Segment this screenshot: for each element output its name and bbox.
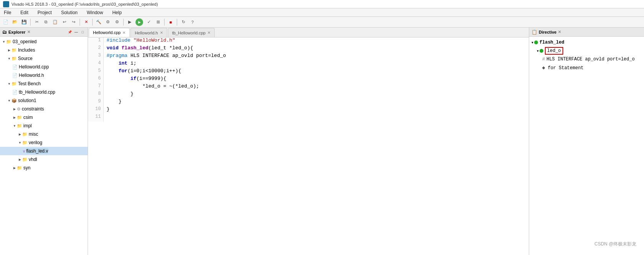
tree-icon-project: 📁 — [6, 39, 11, 44]
toolbar-run[interactable]: ▶ — [135, 18, 143, 26]
explorer-item-misc[interactable]: ▶📁misc — [0, 130, 88, 138]
line-content[interactable]: for(i=0;i<10000;i++){ — [103, 68, 529, 76]
toolbar-save[interactable]: 💾 — [20, 18, 28, 26]
line-content[interactable]: } — [103, 99, 529, 106]
tree-label: tb_Helloworld.cpp — [19, 89, 55, 95]
watermark: CSDN @终极末影龙 — [594, 241, 636, 247]
line-number: 5 — [88, 68, 103, 76]
tab-bar: Helloworld.cpp✕Helloworld.h✕tb_Helloworl… — [88, 28, 529, 37]
menu-file[interactable]: File — [2, 9, 13, 16]
tree-arrow: ▼ — [12, 123, 17, 128]
directive-item-led_o[interactable]: ▼led_o — [530, 47, 643, 55]
function-dot — [534, 41, 538, 44]
tab-close-helloworld_h[interactable]: ✕ — [160, 31, 163, 35]
line-number: 1 — [88, 37, 103, 45]
toolbar-redo[interactable]: ↪ — [69, 18, 78, 26]
line-content[interactable]: } — [103, 91, 529, 99]
tab-helloworld_h[interactable]: Helloworld.h✕ — [130, 28, 167, 37]
explorer-item-helloworld_h[interactable]: 📄Helloworld.h — [0, 71, 88, 80]
tree-label: Test Bench — [18, 81, 41, 86]
explorer-maximize[interactable]: □ — [80, 29, 85, 35]
explorer-item-vhdl[interactable]: ▶📁vhdl — [0, 155, 88, 164]
explorer-pin[interactable]: 📌 — [67, 29, 72, 35]
tab-tb_helloworld_cpp[interactable]: tb_Helloworld.cpp✕ — [168, 28, 215, 37]
line-row: 3#pragma HLS INTERFACE ap_ovld port=led_… — [88, 53, 529, 60]
line-content[interactable]: *led_o = ~(*led_o); — [103, 83, 529, 91]
explorer-item-csim[interactable]: ▶📁csim — [0, 113, 88, 122]
line-number: 6 — [88, 76, 103, 83]
directive-item-hls_interface[interactable]: # HLS INTERFACE ap_ovld port=led_o — [530, 55, 643, 63]
tab-label-helloworld_cpp: Helloworld.cpp — [93, 30, 121, 35]
toolbar-check[interactable]: ✓ — [145, 18, 153, 26]
tree-label: syn — [23, 165, 31, 171]
toolbar-settings[interactable]: ⚙ — [104, 18, 112, 26]
explorer-minimize[interactable]: — — [73, 29, 79, 35]
toolbar-grid[interactable]: ⊞ — [154, 18, 162, 26]
explorer-item-impl[interactable]: ▼📁impl — [0, 122, 88, 130]
toolbar-sep6 — [177, 19, 177, 26]
toolbar-csim[interactable]: ▶ — [126, 18, 134, 26]
toolbar-stop[interactable]: ■ — [166, 18, 175, 26]
directive-item-flash_led[interactable]: ▼flash_led — [530, 38, 643, 47]
toolbar-help[interactable]: ? — [188, 18, 197, 26]
tree-label: constraints — [22, 106, 44, 112]
directive-item-for_stmt[interactable]: ✤ for Statement — [530, 63, 643, 72]
tree-icon-cpp: 📄 — [12, 65, 18, 70]
toolbar-copy[interactable]: ⧉ — [42, 18, 50, 26]
line-content[interactable]: if(i==9999){ — [103, 76, 529, 83]
tab-close-helloworld_cpp[interactable]: ✕ — [122, 31, 126, 35]
menu-help[interactable]: Help — [110, 9, 124, 16]
line-row: 10} — [88, 106, 529, 114]
menu-solution[interactable]: Solution — [59, 9, 80, 16]
line-content[interactable]: void flash_led(led_t *led_o){ — [103, 45, 529, 53]
line-content[interactable]: } — [103, 106, 529, 114]
tab-helloworld_cpp[interactable]: Helloworld.cpp✕ — [89, 28, 130, 37]
tab-close-tb_helloworld_cpp[interactable]: ✕ — [207, 31, 210, 35]
tree-arrow: ▶ — [18, 132, 22, 136]
explorer-item-source[interactable]: ▼📁Source — [0, 54, 88, 63]
toolbar-build[interactable]: 🔨 — [95, 18, 103, 26]
toolbar-undo[interactable]: ↩ — [60, 18, 68, 26]
line-content[interactable]: #pragma HLS INTERFACE ap_ovld port=led_o — [103, 53, 529, 60]
directive-arrow: ▼ — [537, 49, 539, 53]
explorer-header-title: 🗂 Explorer ✕ — [2, 29, 30, 35]
toolbar-delete[interactable]: ✕ — [82, 18, 90, 26]
tree-arrow: ▶ — [12, 166, 17, 170]
tree-label: verilog — [29, 140, 42, 145]
explorer-title: Explorer — [8, 30, 26, 34]
explorer-item-tb_cpp[interactable]: 📄tb_Helloworld.cpp — [0, 88, 88, 96]
menu-edit[interactable]: Edit — [18, 9, 31, 16]
tree-icon-folder: 📁 — [22, 132, 28, 137]
tree-icon-folder: 📁 — [11, 56, 17, 61]
toolbar-sep3 — [92, 19, 93, 26]
menu-project[interactable]: Project — [35, 9, 54, 16]
toolbar-refresh[interactable]: ↻ — [179, 18, 187, 26]
explorer-item-verilog[interactable]: ▼📁verilog — [0, 138, 88, 147]
tree-label: flash_led.v — [26, 148, 48, 154]
explorer-item-flash_led_v[interactable]: vflash_led.v — [0, 147, 88, 155]
toolbar-paste[interactable]: 📋 — [51, 18, 59, 26]
code-editor[interactable]: 1#include "HelloWorld.h"2void flash_led(… — [88, 37, 529, 255]
line-content[interactable]: #include "HelloWorld.h" — [103, 37, 529, 45]
toolbar-cut[interactable]: ✂ — [33, 18, 41, 26]
line-content[interactable]: int i; — [103, 60, 529, 68]
toolbar-new[interactable]: 📄 — [2, 18, 10, 26]
toolbar-open[interactable]: 📂 — [11, 18, 19, 26]
tree-label: csim — [23, 115, 33, 120]
explorer-item-testbench[interactable]: ▼📁Test Bench — [0, 80, 88, 88]
line-number: 9 — [88, 99, 103, 106]
explorer-item-syn[interactable]: ▶📁syn — [0, 164, 88, 172]
explorer-icon: 🗂 — [2, 29, 7, 35]
toolbar-run2[interactable]: ⚙ — [113, 18, 121, 26]
explorer-item-helloworld_cpp[interactable]: 📄Helloworld.cpp — [0, 63, 88, 71]
explorer-item-solution1[interactable]: ▼📦solution1 — [0, 96, 88, 105]
toolbar-sep1 — [30, 19, 31, 26]
explorer-item-includes[interactable]: ▶📁Includes — [0, 46, 88, 54]
menu-window[interactable]: Window — [85, 9, 106, 16]
explorer-item-constraints[interactable]: ▶⚙constraints — [0, 105, 88, 113]
line-content[interactable] — [103, 114, 529, 122]
tree-label: 03_openled — [13, 39, 37, 44]
tree-arrow: ▶ — [7, 48, 11, 52]
line-row: 2void flash_led(led_t *led_o){ — [88, 45, 529, 53]
explorer-item-03_openled[interactable]: ▼📁03_openled — [0, 37, 88, 46]
